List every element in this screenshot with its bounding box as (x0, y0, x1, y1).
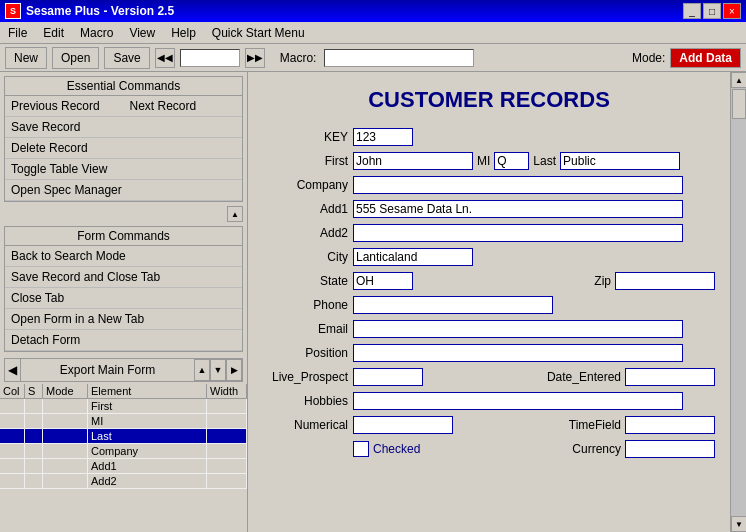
app-title: Sesame Plus - Version 2.5 (26, 4, 174, 18)
new-button[interactable]: New (5, 47, 47, 69)
menu-view[interactable]: View (126, 25, 158, 41)
hobbies-label: Hobbies (263, 394, 353, 408)
col-header-element: Element (88, 384, 207, 398)
form-commands-header: Form Commands (5, 227, 242, 246)
macro-label: Macro: (280, 51, 317, 65)
toolbar: New Open Save ◀◀ ▶▶ Macro: Mode: Add Dat… (0, 44, 746, 72)
col-header-col: Col (0, 384, 25, 398)
right-scrollbar: ▲ ▼ (730, 72, 746, 532)
form-panel: CUSTOMER RECORDS KEY First MI Last Compa… (248, 72, 730, 532)
timefield-input[interactable] (625, 416, 715, 434)
zip-input[interactable] (615, 272, 715, 290)
email-input[interactable] (353, 320, 683, 338)
add1-input[interactable] (353, 200, 683, 218)
open-spec-button[interactable]: Open Spec Manager (5, 180, 242, 201)
essential-commands-header: Essential Commands (5, 77, 242, 96)
state-label: State (263, 274, 353, 288)
currency-input[interactable] (625, 440, 715, 458)
phone-label: Phone (263, 298, 353, 312)
save-close-tab-button[interactable]: Save Record and Close Tab (5, 267, 242, 288)
position-input[interactable] (353, 344, 683, 362)
prev-record-button[interactable]: Previous Record (5, 96, 124, 117)
table-row[interactable]: Company (0, 444, 247, 459)
mode-value: Add Data (670, 48, 741, 68)
mode-label: Mode: (632, 51, 665, 65)
scroll-thumb[interactable] (732, 89, 746, 119)
scroll-up-button[interactable]: ▲ (227, 206, 243, 222)
menu-file[interactable]: File (5, 25, 30, 41)
last-input[interactable] (560, 152, 680, 170)
next-record-button[interactable]: Next Record (124, 96, 243, 117)
currency-label: Currency (572, 442, 621, 456)
table-row[interactable]: First (0, 399, 247, 414)
scroll-up-right-button[interactable]: ▲ (731, 72, 746, 88)
timefield-label: TimeField (569, 418, 621, 432)
nav-track (180, 49, 240, 67)
toggle-table-button[interactable]: Toggle Table View (5, 159, 242, 180)
numerical-input[interactable] (353, 416, 453, 434)
date-entered-label: Date_Entered (547, 370, 621, 384)
table-row[interactable]: Last (0, 429, 247, 444)
open-button[interactable]: Open (52, 47, 99, 69)
app-icon: S (5, 3, 21, 19)
checked-area: Checked (353, 441, 420, 457)
export-form-label: Export Main Form (21, 363, 194, 377)
table-row[interactable]: MI (0, 414, 247, 429)
zip-label: Zip (594, 274, 611, 288)
key-label: KEY (263, 130, 353, 144)
table-row[interactable]: Add2 (0, 474, 247, 489)
company-label: Company (263, 178, 353, 192)
close-tab-button[interactable]: Close Tab (5, 288, 242, 309)
key-input[interactable] (353, 128, 413, 146)
save-button[interactable]: Save (104, 47, 149, 69)
menu-bar: File Edit Macro View Help Quick Start Me… (0, 22, 746, 44)
export-down-button[interactable]: ▼ (210, 359, 226, 381)
add2-input[interactable] (353, 224, 683, 242)
company-input[interactable] (353, 176, 683, 194)
col-header-mode: Mode (43, 384, 88, 398)
column-table-header: Col S Mode Element Width (0, 384, 247, 399)
add1-label: Add1 (263, 202, 353, 216)
delete-record-button[interactable]: Delete Record (5, 138, 242, 159)
form-commands-section: Form Commands Back to Search Mode Save R… (4, 226, 243, 352)
back-to-search-button[interactable]: Back to Search Mode (5, 246, 242, 267)
menu-quick-start[interactable]: Quick Start Menu (209, 25, 308, 41)
mi-label: MI (477, 154, 490, 168)
close-button[interactable]: × (723, 3, 741, 19)
export-up-button[interactable]: ▲ (194, 359, 210, 381)
form-title: CUSTOMER RECORDS (263, 87, 715, 113)
live-prospect-input[interactable] (353, 368, 423, 386)
position-label: Position (263, 346, 353, 360)
table-row[interactable]: Add1 (0, 459, 247, 474)
open-new-tab-button[interactable]: Open Form in a New Tab (5, 309, 242, 330)
mi-input[interactable] (494, 152, 529, 170)
menu-macro[interactable]: Macro (77, 25, 116, 41)
nav-first-button[interactable]: ◀◀ (155, 48, 175, 68)
minimize-button[interactable]: _ (683, 3, 701, 19)
export-right-button[interactable]: ▶ (226, 359, 242, 381)
detach-form-button[interactable]: Detach Form (5, 330, 242, 351)
city-label: City (263, 250, 353, 264)
scroll-down-right-button[interactable]: ▼ (731, 516, 746, 532)
menu-help[interactable]: Help (168, 25, 199, 41)
menu-edit[interactable]: Edit (40, 25, 67, 41)
title-bar: S Sesame Plus - Version 2.5 _ □ × (0, 0, 746, 22)
numerical-label: Numerical (263, 418, 353, 432)
state-input[interactable] (353, 272, 413, 290)
checked-label: Checked (373, 442, 420, 456)
date-entered-input[interactable] (625, 368, 715, 386)
save-record-button[interactable]: Save Record (5, 117, 242, 138)
hobbies-input[interactable] (353, 392, 683, 410)
first-input[interactable] (353, 152, 473, 170)
add2-label: Add2 (263, 226, 353, 240)
city-input[interactable] (353, 248, 473, 266)
phone-input[interactable] (353, 296, 553, 314)
email-label: Email (263, 322, 353, 336)
scroll-left-button[interactable]: ◀ (5, 359, 21, 381)
maximize-button[interactable]: □ (703, 3, 721, 19)
col-header-s: S (25, 384, 43, 398)
first-label: First (263, 154, 353, 168)
macro-input[interactable] (324, 49, 474, 67)
nav-last-button[interactable]: ▶▶ (245, 48, 265, 68)
checked-checkbox[interactable] (353, 441, 369, 457)
